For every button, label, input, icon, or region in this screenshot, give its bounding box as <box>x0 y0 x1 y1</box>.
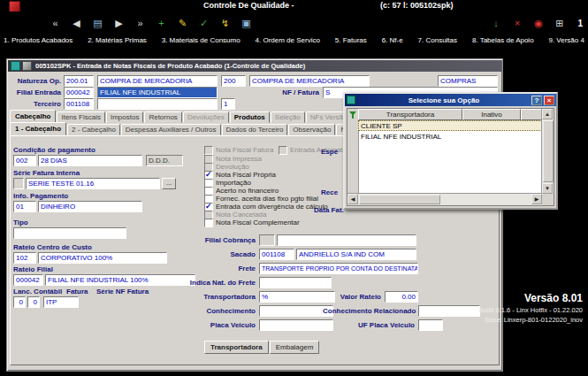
subtab-despesas[interactable]: Despesas Auxiliares / Outros <box>121 124 221 135</box>
menu-nfe[interactable]: 6. Nf-e <box>382 35 403 46</box>
tab-cabecalho[interactable]: Cabeçalho <box>10 110 56 123</box>
rateio-cc-code-field[interactable]: 102 <box>13 252 36 264</box>
column-header-transportadora[interactable]: Transportadora <box>358 109 462 120</box>
vertical-scrollbar[interactable]: ▲ ▼ <box>541 109 554 194</box>
menu-consultas[interactable]: 7. Consultas <box>418 35 457 46</box>
vertical-scroll-thumb[interactable] <box>543 120 554 182</box>
scroll-down-icon[interactable]: ▼ <box>542 183 553 194</box>
prev-record-icon[interactable]: ◀ <box>67 15 86 32</box>
natureza-op-code-field[interactable]: 200.01 <box>64 75 94 87</box>
checkbox-nota-fiscal-fatura[interactable]: Nota Fiscal Fatura <box>204 146 273 154</box>
transportadora-field[interactable]: % <box>259 291 335 303</box>
close-icon[interactable]: × <box>544 96 554 105</box>
confirm-icon[interactable]: ✓ <box>195 15 213 32</box>
rateio-filial-code-field[interactable]: 000042 <box>13 274 43 286</box>
column-header-inativo[interactable]: Inativo <box>462 109 521 120</box>
terceiro-code-field[interactable]: 001108 <box>64 98 94 110</box>
checkbox-nota-fiscal-propria[interactable]: Nota Fiscal Própria <box>204 171 276 179</box>
scroll-left-icon[interactable]: ◀ <box>347 194 358 204</box>
edit-icon[interactable]: ✎ <box>173 15 192 32</box>
info-pagamento-code-field[interactable]: 01 <box>13 201 36 212</box>
info-pagamento-desc-field[interactable]: DINHEIRO <box>38 201 142 212</box>
checkbox-box[interactable] <box>204 219 213 227</box>
ddd-field[interactable]: D.D.D. <box>146 155 183 166</box>
menu-materias-primas[interactable]: 2. Matérias Primas <box>88 35 147 46</box>
grid-row-filial-nfe-industrial[interactable]: FILIAL NFE INDUSTRIAL <box>358 131 544 142</box>
uf-placa-field[interactable] <box>418 319 443 331</box>
last-record-icon[interactable]: » <box>131 15 149 32</box>
indica-nat-frete-field[interactable] <box>259 277 332 288</box>
sacado-desc-field[interactable]: ANDRIELLO S/A IND COM <box>296 249 416 260</box>
print-icon[interactable]: ▤ <box>88 15 107 32</box>
checkbox-nota-cancelada[interactable]: Nota Cancelada <box>204 211 266 219</box>
tab-retornos[interactable]: Retornos <box>144 111 181 123</box>
tab-produtos[interactable]: Produtos <box>230 111 270 123</box>
menu-materiais-consumo[interactable]: 3. Materiais de Consumo <box>162 35 241 46</box>
power-icon[interactable]: ◉ <box>529 15 547 32</box>
natureza-op-tipo-field[interactable]: COMPRAS <box>438 75 498 87</box>
rateio-cc-desc-field[interactable]: CORPORATIVO 100% <box>38 252 167 264</box>
natureza-op-code2-field[interactable]: 200 <box>221 75 246 87</box>
terceiro-seq-field[interactable]: 1 <box>221 98 235 110</box>
help-button[interactable]: ? <box>531 96 542 105</box>
placa-veiculo-field[interactable] <box>259 319 333 331</box>
subtab-2-cabecalho[interactable]: 2 - Cabeçalho <box>67 124 120 135</box>
filial-entrada-code-field[interactable]: 000042 <box>64 87 94 98</box>
terceiro-desc-field[interactable] <box>97 98 218 110</box>
bottom-tab-transportadora[interactable]: Transportadora <box>204 341 269 354</box>
conhecimento-relacionado-field[interactable] <box>418 305 480 317</box>
tab-impostos[interactable]: Impostos <box>106 111 143 123</box>
checkbox-nota-fiscal-complementar[interactable]: Nota Fiscal Complementar <box>204 219 300 226</box>
window-titlebar[interactable]: 005102SPK - Entrada de Notas Fiscais de … <box>8 60 501 72</box>
menu-tabelas-apoio[interactable]: 8. Tabelas de Apoio <box>472 35 534 46</box>
condicao-pagamento-desc-field[interactable]: 28 DIAS <box>38 155 142 166</box>
valor-rateio-field[interactable]: 0.00 <box>385 291 418 303</box>
serie-fatura-code-field[interactable] <box>13 178 24 189</box>
checkbox-fornec-dias-fixo[interactable]: Fornec. aceita dias fixo pgto filial <box>204 195 318 203</box>
popup-titlebar[interactable]: Selecione sua Opção ? × <box>345 94 556 106</box>
tipo-field[interactable] <box>13 227 126 239</box>
menu-ordem-servico[interactable]: 4. Ordem de Servico <box>256 35 320 46</box>
serie-nf-fatura-field[interactable]: ITP <box>43 296 79 308</box>
fatura-field[interactable]: 0 <box>27 296 40 308</box>
menu-produtos-acabados[interactable]: 1. Produtos Acabados <box>4 35 73 46</box>
subtab-1-cabecalho[interactable]: 1 - Cabeçalho <box>10 122 66 135</box>
filial-cobranca-desc-field[interactable] <box>277 234 416 246</box>
filter-funnel-icon[interactable] <box>349 111 356 119</box>
natureza-op-desc2-field[interactable]: COMPRA DE MERCADORIA <box>249 75 370 87</box>
export-icon[interactable]: ↓ <box>486 15 505 32</box>
scroll-up-icon[interactable]: ▲ <box>542 109 553 119</box>
sacado-code-field[interactable]: 001108 <box>259 249 294 260</box>
lanc-contabil-field[interactable]: 0 <box>13 296 26 308</box>
scroll-right-icon[interactable]: ▶ <box>531 194 542 204</box>
rateio-filial-desc-field[interactable]: FILIAL NFE INDUSTRIAL 100% <box>45 274 195 286</box>
next-record-icon[interactable]: ▶ <box>110 15 128 32</box>
checkbox-divergencia-calculo[interactable]: Entrada com divergência de cálculo <box>204 203 328 211</box>
windows-grid-icon[interactable]: ⊞ <box>550 15 569 32</box>
subtab-observacao[interactable]: Observação <box>288 124 335 135</box>
horizontal-scroll-thumb[interactable] <box>359 195 440 204</box>
checkbox-box[interactable] <box>204 146 213 155</box>
tools-icon[interactable]: ▣ <box>237 15 256 32</box>
checkbox-acerto-financeiro[interactable]: Acerto no financeiro <box>204 187 279 195</box>
natureza-op-desc-field[interactable]: COMPRA DE MERCADORIA <box>97 75 218 87</box>
horizontal-scrollbar[interactable]: ◀ ▶ <box>347 193 542 205</box>
serie-fatura-browse-button[interactable]: ... <box>162 178 176 189</box>
filial-entrada-desc-field[interactable]: FILIAL NFE INDUSTRIAL <box>97 87 218 98</box>
checkbox-box[interactable] <box>279 146 287 155</box>
cancel-icon[interactable]: × <box>508 15 526 32</box>
menu-versao4[interactable]: 9. Versão 4 <box>548 35 584 46</box>
grid-row-cliente-sp[interactable]: CLIENTE SP <box>358 120 544 131</box>
frete-field[interactable]: TRANSPORTE PROPRIO POR CONTA DO DESTINAT… <box>259 263 418 274</box>
bottom-tab-embalagem[interactable]: Embalagem <box>270 341 320 354</box>
tab-selecao[interactable]: Seleção <box>271 111 305 123</box>
tab-devolucoes[interactable]: Devoluções <box>183 111 229 123</box>
subtab-dados-terceiro[interactable]: Dados do Terceiro <box>222 124 288 135</box>
serie-fatura-field[interactable]: SERIE TESTE 01.16 <box>26 178 160 189</box>
first-record-icon[interactable]: « <box>46 15 65 32</box>
menu-faturas[interactable]: 5. Faturas <box>335 35 367 46</box>
add-icon[interactable]: + <box>152 15 171 32</box>
condicao-pagamento-code-field[interactable]: 002 <box>13 155 36 166</box>
lightning-icon[interactable]: ↯ <box>216 15 234 32</box>
filial-cobranca-code-field[interactable] <box>259 234 275 246</box>
